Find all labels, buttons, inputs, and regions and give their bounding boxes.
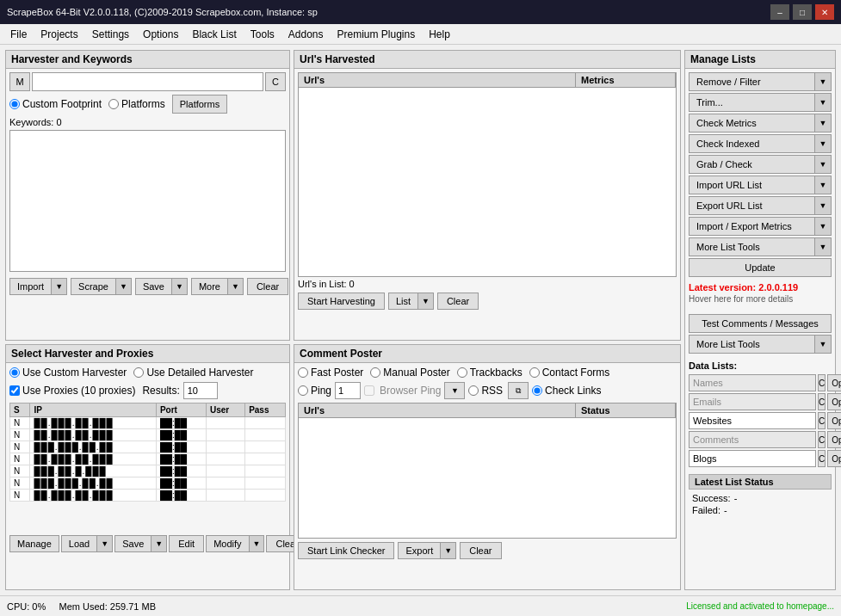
more-list-tools-comment-arrow[interactable]: ▼ (814, 335, 832, 354)
export-arrow[interactable]: ▼ (440, 543, 455, 558)
harvester-clear-button[interactable]: Clear (247, 278, 288, 295)
menu-help[interactable]: Help (422, 27, 457, 42)
manual-poster-radio[interactable]: Manual Poster (370, 367, 449, 379)
platforms-button[interactable]: Platforms (172, 95, 227, 114)
check-indexed-arrow[interactable]: ▼ (814, 134, 832, 153)
check-indexed-button[interactable]: Check Indexed (689, 134, 814, 153)
import-export-metrics-button[interactable]: Import / Export Metrics (689, 217, 814, 236)
start-link-checker-button[interactable]: Start Link Checker (298, 542, 394, 559)
contact-forms-radio[interactable]: Contact Forms (529, 367, 610, 379)
proxy-save-arrow[interactable]: ▼ (151, 536, 166, 551)
urls-table-body[interactable] (298, 88, 677, 277)
menu-addons[interactable]: Addons (281, 27, 331, 42)
import-button[interactable]: Import (10, 279, 51, 294)
browser-ping-checkbox[interactable] (364, 385, 374, 396)
more-arrow[interactable]: ▼ (227, 279, 243, 294)
trim-arrow[interactable]: ▼ (814, 93, 832, 112)
results-row: Results: (142, 382, 217, 399)
ping-input[interactable] (335, 382, 361, 399)
start-harvesting-button[interactable]: Start Harvesting (298, 293, 385, 310)
test-comments-button[interactable]: Test Comments / Messages (689, 314, 832, 333)
trim-button[interactable]: Trim... (689, 93, 814, 112)
comments-c-button[interactable]: C (818, 431, 826, 448)
proxy-edit-button[interactable]: Edit (169, 535, 204, 552)
grab-check-arrow[interactable]: ▼ (814, 155, 832, 174)
more-list-tools-comment-button[interactable]: More List Tools (689, 335, 814, 354)
check-links-radio[interactable]: Check Links (532, 385, 601, 397)
names-c-button[interactable]: C (818, 374, 826, 391)
websites-input[interactable] (689, 412, 816, 429)
websites-c-button[interactable]: C (818, 412, 826, 429)
platforms-radio[interactable]: Platforms (108, 98, 165, 110)
proxy-manage-button[interactable]: Manage (10, 536, 59, 551)
menu-options[interactable]: Options (136, 27, 185, 42)
list-button[interactable]: List (389, 293, 417, 309)
trackbacks-radio[interactable]: Trackbacks (457, 367, 523, 379)
proxy-scroll-content[interactable]: S IP Port User Pass N ██.███.██.███ ██:█… (9, 403, 286, 532)
rss-radio[interactable]: RSS (468, 385, 503, 397)
names-input[interactable] (689, 374, 816, 391)
more-button[interactable]: More (192, 279, 227, 294)
websites-open-button[interactable]: Open (827, 412, 841, 429)
custom-harvester-radio[interactable]: Use Custom Harvester (9, 367, 127, 379)
more-list-tools-arrow[interactable]: ▼ (814, 237, 832, 256)
export-url-list-button[interactable]: Export URL List (689, 196, 814, 215)
modify-arrow[interactable]: ▼ (249, 536, 264, 551)
blogs-c-button[interactable]: C (818, 450, 826, 467)
export-url-list-arrow[interactable]: ▼ (814, 196, 832, 215)
proxy-save-button[interactable]: Save (115, 536, 151, 551)
minimize-button[interactable]: – (770, 4, 789, 20)
harvester-text-input[interactable] (32, 72, 263, 91)
import-arrow[interactable]: ▼ (51, 279, 66, 294)
use-proxies-checkbox[interactable]: Use Proxies (10 proxies) (9, 385, 135, 397)
menu-file[interactable]: File (3, 27, 34, 42)
menu-tools[interactable]: Tools (244, 27, 281, 42)
save-arrow[interactable]: ▼ (171, 279, 187, 294)
urls-clear-button[interactable]: Clear (437, 293, 479, 310)
emails-open-button[interactable]: Open (827, 393, 841, 410)
names-open-button[interactable]: Open (827, 374, 841, 391)
scrape-button[interactable]: Scrape (71, 279, 115, 294)
comment-urls-body[interactable] (298, 418, 677, 539)
emails-c-button[interactable]: C (818, 393, 826, 410)
proxy-load-button[interactable]: Load (62, 536, 96, 551)
check-metrics-arrow[interactable]: ▼ (814, 114, 832, 132)
check-metrics-button[interactable]: Check Metrics (689, 114, 814, 132)
close-button[interactable]: ✕ (815, 4, 834, 20)
grab-check-button[interactable]: Grab / Check (689, 155, 814, 174)
emails-input[interactable] (689, 393, 816, 410)
blogs-open-button[interactable]: Open (827, 450, 841, 467)
comments-input[interactable] (689, 431, 816, 448)
update-button[interactable]: Update (689, 258, 832, 277)
import-url-list-arrow[interactable]: ▼ (814, 176, 832, 194)
menu-blacklist[interactable]: Black List (185, 27, 243, 42)
browser-ping-dropdown[interactable]: ▼ (444, 382, 465, 399)
menu-premium-plugins[interactable]: Premium Plugins (331, 27, 423, 42)
export-button[interactable]: Export (399, 543, 440, 558)
remove-filter-arrow[interactable]: ▼ (814, 72, 832, 91)
import-export-metrics-arrow[interactable]: ▼ (814, 217, 832, 236)
results-input[interactable] (183, 382, 218, 399)
import-url-list-button[interactable]: Import URL List (689, 176, 814, 194)
save-button[interactable]: Save (136, 279, 171, 294)
m-button[interactable]: M (9, 72, 30, 91)
ping-radio[interactable]: Ping (298, 385, 331, 397)
custom-footprint-radio[interactable]: Custom Footprint (9, 98, 102, 110)
keywords-textarea[interactable] (9, 130, 286, 272)
menu-projects[interactable]: Projects (34, 27, 84, 42)
load-arrow[interactable]: ▼ (96, 536, 112, 551)
fast-poster-radio[interactable]: Fast Poster (298, 367, 363, 379)
blogs-input[interactable] (689, 450, 816, 467)
rss-copy-button[interactable]: ⧉ (508, 382, 529, 399)
remove-filter-button[interactable]: Remove / Filter (689, 72, 814, 91)
detailed-harvester-radio[interactable]: Use Detailed Harvester (133, 367, 253, 379)
menu-settings[interactable]: Settings (85, 27, 136, 42)
list-arrow[interactable]: ▼ (417, 293, 433, 309)
maximize-button[interactable]: □ (793, 4, 812, 20)
comments-open-button[interactable]: Open (827, 431, 841, 448)
more-list-tools-button[interactable]: More List Tools (689, 237, 814, 256)
c-button[interactable]: C (265, 72, 286, 91)
proxy-modify-button[interactable]: Modify (207, 536, 248, 551)
comment-clear-button[interactable]: Clear (460, 542, 501, 559)
scrape-arrow[interactable]: ▼ (115, 279, 131, 294)
